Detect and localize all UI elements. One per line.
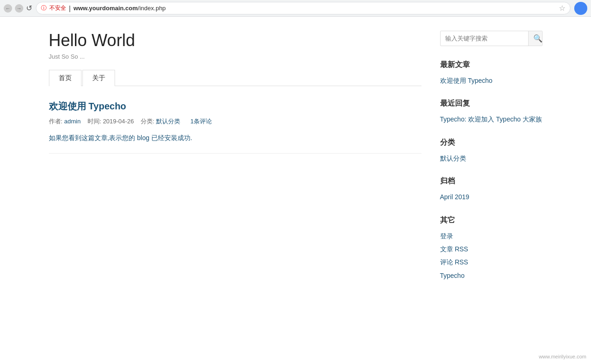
nav-item-home[interactable]: 首页 <box>49 70 82 86</box>
article-body: 如果您看到这篇文章,表示您的 blog 已经安装成功. <box>49 132 421 144</box>
profile-icon[interactable] <box>574 2 587 15</box>
sidebar-section-recent: 最新文章 欢迎使用 Typecho <box>440 60 543 86</box>
article-meta: 作者: admin 时间: 2019-04-26 分类: 默认分类 1条评论 <box>49 117 421 126</box>
insecure-label: 不安全 <box>49 4 66 12</box>
sidebar-section-title-recent: 最新文章 <box>440 60 543 70</box>
category-label: 分类: <box>141 118 155 125</box>
browser-controls: ← → ↺ <box>4 4 32 13</box>
article-title: 欢迎使用 Typecho <box>49 100 421 113</box>
address-bar[interactable]: ⓘ 不安全 | www.yourdomain.com/index.php ☆ <box>36 2 571 14</box>
sidebar: 🔍 最新文章 欢迎使用 Typecho 最近回复 Typecho: 欢迎加入 T… <box>440 31 543 294</box>
bookmark-icon[interactable]: ☆ <box>559 4 565 13</box>
comment-count: 1 <box>190 118 194 125</box>
sidebar-link-category-1[interactable]: 默认分类 <box>440 153 543 163</box>
search-box: 🔍 <box>440 31 543 46</box>
lock-icon: ⓘ <box>41 4 47 12</box>
sidebar-link-other-3[interactable]: 评论 RSS <box>440 257 543 267</box>
url-separator: | <box>69 5 71 12</box>
comment-link[interactable]: 1条评论 <box>190 118 212 125</box>
site-subtitle: Just So So ... <box>49 53 421 60</box>
sidebar-section-other: 其它 登录 文章 RSS 评论 RSS Typecho <box>440 216 543 281</box>
browser-bar: ← → ↺ ⓘ 不安全 | www.yourdomain.com/index.p… <box>0 0 591 17</box>
comment-label: 条评论 <box>194 118 212 125</box>
sidebar-link-other-1[interactable]: 登录 <box>440 231 543 241</box>
sidebar-section-title-other: 其它 <box>440 216 543 225</box>
time-label: 时间: <box>88 118 102 125</box>
sidebar-link-reply-1[interactable]: Typecho: 欢迎加入 Typecho 大家族 <box>440 114 543 124</box>
main-content: Hello World Just So So ... 首页 关于 欢迎使用 Ty… <box>49 31 421 294</box>
author-link[interactable]: admin <box>64 118 81 125</box>
time-value: 2019-04-26 <box>103 118 134 125</box>
sidebar-link-recent-1[interactable]: 欢迎使用 Typecho <box>440 75 543 86</box>
article-title-link[interactable]: 欢迎使用 Typecho <box>49 101 126 111</box>
site-header: Hello World Just So So ... <box>49 31 421 60</box>
page-wrapper: Hello World Just So So ... 首页 关于 欢迎使用 Ty… <box>40 17 552 303</box>
article-divider <box>49 153 421 154</box>
sidebar-section-categories: 分类 默认分类 <box>440 138 543 163</box>
site-nav: 首页 关于 <box>49 69 421 86</box>
forward-button[interactable]: → <box>15 4 23 13</box>
url-text: www.yourdomain.com/index.php <box>74 5 556 12</box>
sidebar-section-title-archives: 归档 <box>440 176 543 186</box>
search-button[interactable]: 🔍 <box>528 31 543 46</box>
site-title: Hello World <box>49 31 421 50</box>
search-input[interactable] <box>441 32 528 45</box>
url-path: /index.php <box>138 5 166 12</box>
author-label: 作者: <box>49 118 63 125</box>
url-domain: www.yourdomain.com <box>74 5 138 12</box>
category-link[interactable]: 默认分类 <box>156 118 180 125</box>
sidebar-link-other-2[interactable]: 文章 RSS <box>440 244 543 254</box>
article: 欢迎使用 Typecho 作者: admin 时间: 2019-04-26 分类… <box>49 100 421 154</box>
reload-button[interactable]: ↺ <box>26 4 32 13</box>
sidebar-section-archives: 归档 April 2019 <box>440 176 543 202</box>
sidebar-section-replies: 最近回复 Typecho: 欢迎加入 Typecho 大家族 <box>440 99 543 124</box>
back-button[interactable]: ← <box>4 4 12 13</box>
sidebar-link-other-4[interactable]: Typecho <box>440 270 543 281</box>
sidebar-section-title-categories: 分类 <box>440 138 543 148</box>
sidebar-link-archive-1[interactable]: April 2019 <box>440 192 543 202</box>
sidebar-section-title-replies: 最近回复 <box>440 99 543 108</box>
nav-item-about[interactable]: 关于 <box>82 70 115 86</box>
